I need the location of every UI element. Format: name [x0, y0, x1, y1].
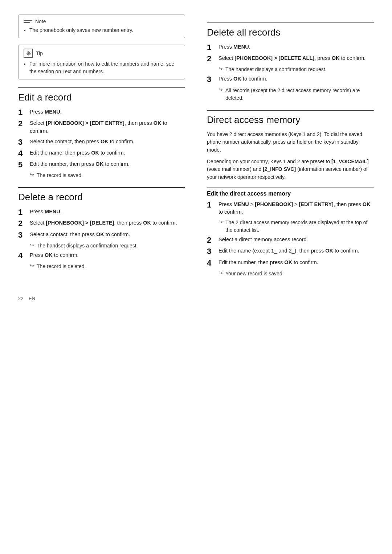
delete-record-steps: 1 Press MENU. 2 Select [PHONEBOOK] > [DE… [18, 208, 185, 270]
dam-divider [207, 110, 374, 111]
tip-content: For more information on how to edit the … [24, 60, 180, 75]
dam-step-4-arrow-text: Your new record is saved. [225, 270, 284, 278]
delete-step-3-num: 3 [18, 231, 30, 239]
note-item-1: The phonebook only saves new number entr… [29, 26, 180, 34]
delete-record-divider [18, 187, 185, 188]
dam-step-4-text: Edit the number, then press OK to confir… [219, 259, 374, 267]
deleteall-step-1: 1 Press MENU. [207, 43, 374, 52]
note-header: Note [24, 19, 180, 24]
dam-step-3-num: 3 [207, 247, 219, 256]
dam-step-1: 1 Press MENU > [PHONEBOOK] > [EDIT ENTRY… [207, 201, 374, 217]
page-footer: 22 EN [18, 296, 374, 301]
edit-step-3: 3 Select the contact, then press OK to c… [18, 138, 185, 147]
edit-record-steps: 1 Press MENU. 2 Select [PHONEBOOK] > [ED… [18, 108, 185, 179]
tip-icon: ✳ [24, 49, 33, 58]
delete-step-2: 2 Select [PHONEBOOK] > [DELETE], then pr… [18, 219, 185, 228]
edit-step-2-num: 2 [18, 119, 30, 128]
edit-step-3-text: Select the contact, then press OK to con… [30, 138, 185, 146]
edit-step-3-num: 3 [18, 138, 30, 147]
dam-step-1-arrow-text: The 2 direct access memory records are d… [225, 219, 374, 234]
delete-step-2-text: Select [PHONEBOOK] > [DELETE], then pres… [30, 219, 185, 227]
deleteall-step-3: 3 Press OK to confirm. [207, 75, 374, 84]
edit-step-4-num: 4 [18, 149, 30, 158]
deleteall-step-2-arrow: ↪ The handset displays a confirmation re… [219, 66, 374, 73]
arrow-icon-deleteall2: ↪ [219, 66, 224, 71]
delete-record-title: Delete a record [18, 192, 185, 203]
edit-step-5-arrow-text: The record is saved. [37, 172, 83, 179]
deleteall-step-2-text: Select [PHONEBOOK] > [DELETE ALL], press… [219, 54, 374, 62]
edit-step-1: 1 Press MENU. [18, 108, 185, 117]
delete-step-1-text: Press MENU. [30, 208, 185, 216]
dam-step-3-text: Edit the name (except 1_ and 2_), then p… [219, 247, 374, 255]
dam-step-4-arrow: ↪ Your new record is saved. [219, 270, 374, 278]
delete-step-4-text: Press OK to confirm. [30, 251, 185, 259]
note-label: Note [35, 19, 46, 24]
edit-step-1-text: Press MENU. [30, 108, 185, 116]
deleteall-step-3-arrow: ↪ All records (except the 2 direct acces… [219, 87, 374, 102]
arrow-icon-dam4: ↪ [219, 270, 224, 276]
deleteall-step-3-num: 3 [207, 75, 219, 84]
edit-step-5-arrow: ↪ The record is saved. [30, 172, 185, 179]
arrow-icon-delete4: ↪ [30, 263, 35, 268]
dam-step-2: 2 Select a direct memory access record. [207, 236, 374, 245]
dam-subsection-divider [207, 187, 374, 188]
delete-step-3-arrow-text: The handset displays a confirmation requ… [37, 242, 138, 250]
delete-step-4-num: 4 [18, 251, 30, 260]
edit-step-4-text: Edit the name, then press OK to confirm. [30, 149, 185, 157]
delete-step-1: 1 Press MENU. [18, 208, 185, 217]
tip-box: ✳ Tip For more information on how to edi… [18, 45, 185, 79]
delete-step-3-arrow: ↪ The handset displays a confirmation re… [30, 242, 185, 250]
delete-step-1-num: 1 [18, 208, 30, 217]
dam-step-1-arrow: ↪ The 2 direct access memory records are… [219, 219, 374, 234]
deleteall-step-2-arrow-text: The handset displays a confirmation requ… [225, 66, 327, 73]
deleteall-step-2: 2 Select [PHONEBOOK] > [DELETE ALL], pre… [207, 54, 374, 63]
deleteall-step-3-text: Press OK to confirm. [219, 75, 374, 83]
dam-subsection-title: Edit the direct access memory [207, 190, 374, 197]
edit-step-2-text: Select [PHONEBOOK] > [EDIT ENTRY], then … [30, 119, 185, 135]
arrow-icon-dam1: ↪ [219, 219, 224, 225]
delete-step-4: 4 Press OK to confirm. [18, 251, 185, 260]
page-number: 22 [18, 296, 23, 301]
dam-step-2-num: 2 [207, 236, 219, 245]
dam-step-3: 3 Edit the name (except 1_ and 2_), then… [207, 247, 374, 256]
delete-step-4-arrow-text: The record is deleted. [37, 263, 86, 270]
dam-title: Direct access memory [207, 114, 374, 126]
deleteall-step-2-num: 2 [207, 54, 219, 63]
dam-step-1-text: Press MENU > [PHONEBOOK] > [EDIT ENTRY],… [219, 201, 374, 217]
left-column: Note The phonebook only saves new number… [18, 15, 189, 281]
deleteall-step-3-arrow-text: All records (except the 2 direct access … [225, 87, 374, 102]
arrow-icon-deleteall3: ↪ [219, 87, 224, 93]
note-icon [24, 20, 32, 23]
dam-desc2: Depending on your country, Keys 1 and 2 … [207, 158, 374, 181]
edit-step-4: 4 Edit the name, then press OK to confir… [18, 149, 185, 158]
edit-step-2: 2 Select [PHONEBOOK] > [EDIT ENTRY], the… [18, 119, 185, 135]
arrow-icon-delete3: ↪ [30, 242, 35, 248]
note-box: Note The phonebook only saves new number… [18, 15, 185, 38]
tip-header: ✳ Tip [24, 49, 180, 58]
tip-label: Tip [36, 50, 43, 56]
edit-record-title: Edit a record [18, 92, 185, 103]
edit-step-5-num: 5 [18, 160, 30, 169]
edit-record-divider [18, 87, 185, 88]
dam-step-2-text: Select a direct memory access record. [219, 236, 374, 244]
dam-desc1: You have 2 direct access memories (Keys … [207, 131, 374, 154]
deleteall-step-1-text: Press MENU. [219, 43, 374, 51]
delete-all-divider [207, 22, 374, 23]
delete-all-title: Delete all records [207, 27, 374, 38]
deleteall-step-1-num: 1 [207, 43, 219, 52]
edit-step-5: 5 Edit the number, then press OK to conf… [18, 160, 185, 169]
edit-step-5-text: Edit the number, then press OK to confir… [30, 160, 185, 168]
delete-step-3-text: Select a contact, then press OK to confi… [30, 231, 185, 239]
delete-step-2-num: 2 [18, 219, 30, 228]
delete-step-4-arrow: ↪ The record is deleted. [30, 263, 185, 270]
dam-steps: 1 Press MENU > [PHONEBOOK] > [EDIT ENTRY… [207, 201, 374, 278]
note-content: The phonebook only saves new number entr… [24, 26, 180, 34]
delete-all-steps: 1 Press MENU. 2 Select [PHONEBOOK] > [DE… [207, 43, 374, 102]
language-label: EN [29, 296, 35, 301]
dam-step-4-num: 4 [207, 259, 219, 267]
edit-step-1-num: 1 [18, 108, 30, 117]
tip-item-1: For more information on how to edit the … [29, 60, 180, 75]
dam-step-1-num: 1 [207, 201, 219, 209]
dam-step-4: 4 Edit the number, then press OK to conf… [207, 259, 374, 267]
arrow-icon-edit5: ↪ [30, 172, 35, 177]
